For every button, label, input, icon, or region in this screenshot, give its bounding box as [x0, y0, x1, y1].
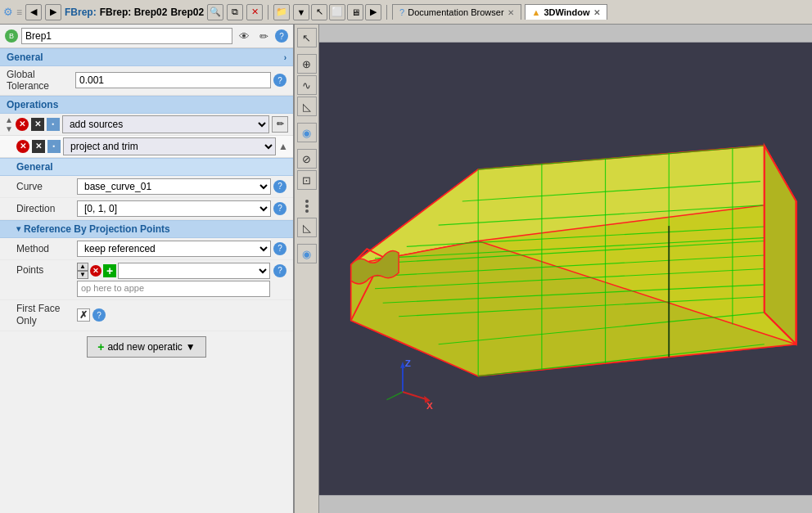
- svg-text:Z: Z: [405, 358, 411, 368]
- sub-general-header[interactable]: General: [0, 158, 293, 176]
- first-face-help[interactable]: ?: [92, 308, 106, 322]
- points-remove-btn[interactable]: ✕: [90, 265, 102, 277]
- tab-3d-label: 3DWindow: [544, 7, 589, 17]
- panel-body: General › GlobalTolerance ? Operations ▲…: [0, 48, 293, 513]
- method-row: Method keep referenced ?: [0, 238, 293, 260]
- general-label: General: [7, 52, 43, 63]
- op1-row: ▲ ▼ ✕ ✕ ▪ add sources ✏: [0, 114, 293, 136]
- points-select[interactable]: [118, 263, 270, 279]
- first-face-label: First FaceOnly: [16, 303, 74, 328]
- nav-forward[interactable]: ▶: [45, 4, 61, 20]
- tolerance-input[interactable]: [75, 72, 271, 88]
- operations-label: Operations: [7, 99, 58, 110]
- direction-select[interactable]: [0, 1, 0]: [77, 200, 271, 217]
- op2-select[interactable]: project and trim: [63, 137, 276, 155]
- op2-arrow-up[interactable]: ▲: [278, 141, 288, 152]
- tab-3d-close[interactable]: ✕: [593, 8, 600, 17]
- window-separator: ≡: [16, 7, 22, 18]
- brep-row: B 👁 ✏ ?: [0, 25, 293, 48]
- curve-help[interactable]: ?: [273, 180, 286, 193]
- op2-toggle-btn[interactable]: ✕: [32, 140, 45, 153]
- curve-select[interactable]: base_curve_01: [77, 178, 271, 195]
- tab-3d-icon: ▲: [532, 7, 541, 17]
- folder-icon[interactable]: 📁: [273, 4, 290, 20]
- left-panel: B 👁 ✏ ? General › GlobalTolerance ?: [0, 25, 295, 513]
- tab-doc-label: Documentation Browser: [408, 7, 503, 17]
- fit-btn[interactable]: ◺: [297, 218, 317, 237]
- measure-btn[interactable]: ⊡: [297, 170, 317, 190]
- points-updown: ▲ ▼: [77, 263, 88, 279]
- tab-doc-close[interactable]: ✕: [508, 8, 514, 17]
- brep02-label: Brep02: [170, 7, 204, 18]
- fbrep-label: FBrep:: [65, 7, 97, 18]
- op1-remove-btn[interactable]: ✕: [16, 118, 29, 131]
- first-face-checkbox[interactable]: ✗: [77, 308, 90, 322]
- op2-icon: ▪: [47, 140, 61, 153]
- window-icon: ⚙: [3, 6, 13, 18]
- 3d-viewport-svg: Z X: [319, 25, 812, 513]
- cursor-icon[interactable]: ↖: [311, 4, 327, 20]
- tab-documentation[interactable]: ? Documentation Browser ✕: [392, 4, 521, 20]
- window-icon2[interactable]: ⬜: [329, 4, 345, 20]
- search-btn[interactable]: 🔍: [207, 4, 223, 20]
- nav-back[interactable]: ◀: [25, 4, 42, 20]
- curve-row: Curve base_curve_01 ?: [0, 176, 293, 198]
- edit-btn-main[interactable]: ✏: [255, 28, 272, 44]
- scene-canvas[interactable]: Z X: [319, 25, 812, 513]
- left-vtoolbar: ↖ ⊕ ∿ ◺ ◉ ⊘ ⊡ ◺ ◉: [295, 25, 319, 513]
- plus-icon: +: [97, 340, 104, 353]
- op2-remove-btn[interactable]: ✕: [16, 140, 29, 153]
- separator1: [268, 5, 268, 20]
- brep-name-input[interactable]: [21, 28, 232, 44]
- add-op-label: add new operatic: [107, 341, 182, 353]
- add-op-btn[interactable]: + add new operatic ▼: [87, 336, 205, 358]
- select-btn[interactable]: ↖: [297, 28, 317, 47]
- close-window-btn[interactable]: ✕: [246, 4, 263, 20]
- points-up-arrow[interactable]: ▲: [77, 263, 88, 271]
- points-input-area: op here to appe: [77, 281, 270, 297]
- points-controls: ▲ ▼ ✕ + op here to appe: [77, 263, 270, 297]
- surface-btn[interactable]: ◺: [297, 97, 317, 116]
- viewport-select-arrow[interactable]: ▼: [293, 4, 309, 20]
- main-content: B 👁 ✏ ? General › GlobalTolerance ?: [0, 25, 812, 513]
- help-btn-brep[interactable]: ?: [275, 29, 288, 43]
- op1-select[interactable]: add sources: [62, 115, 269, 133]
- cut-btn[interactable]: ⊘: [297, 149, 317, 169]
- op1-edit[interactable]: ✏: [272, 116, 288, 133]
- op1-arrow-down[interactable]: ▼: [5, 124, 13, 133]
- more-tools: [305, 196, 309, 216]
- ref-section-header[interactable]: ▾ Reference By Projection Points: [0, 220, 293, 238]
- ref-section-label: Reference By Projection Points: [24, 223, 170, 235]
- eye-btn[interactable]: 👁: [236, 28, 252, 44]
- points-down-arrow[interactable]: ▼: [77, 271, 88, 279]
- op1-arrow-up[interactable]: ▲: [5, 115, 13, 124]
- general-arrow: ›: [284, 53, 286, 62]
- add-op-arrow: ▼: [186, 341, 196, 353]
- direction-label: Direction: [16, 203, 74, 214]
- add-op-row: + add new operatic ▼: [0, 331, 293, 362]
- curve-tool-btn[interactable]: ∿: [297, 75, 317, 95]
- points-add-btn[interactable]: +: [103, 264, 116, 277]
- snap-btn[interactable]: ◉: [297, 123, 317, 142]
- method-help[interactable]: ?: [273, 242, 286, 255]
- brep-name-header: FBrep: Brep02: [100, 7, 168, 18]
- right-panel: ↖ ⊕ ∿ ◺ ◉ ⊘ ⊡ ◺ ◉: [295, 25, 812, 513]
- expand-btn[interactable]: ⧉: [227, 4, 243, 20]
- general-section-header[interactable]: General ›: [0, 48, 293, 66]
- op1-toggle-btn[interactable]: ✕: [31, 118, 44, 131]
- zoom-btn[interactable]: ⊕: [297, 54, 317, 74]
- visibility-btn[interactable]: ◉: [297, 244, 317, 263]
- sub-general-label: General: [16, 161, 53, 173]
- operations-section-header: Operations: [0, 96, 293, 114]
- play-icon[interactable]: ▶: [365, 4, 381, 20]
- points-help[interactable]: ?: [273, 264, 286, 277]
- direction-help[interactable]: ?: [273, 202, 286, 215]
- tab-3dwindow[interactable]: ▲ 3DWindow ✕: [525, 4, 607, 20]
- help-icon: ?: [399, 7, 404, 17]
- monitor-icon[interactable]: 🖥: [347, 4, 363, 20]
- brep-icon: B: [5, 29, 18, 43]
- svg-text:X: X: [426, 400, 433, 411]
- points-placeholder: op here to appe: [81, 283, 144, 293]
- tolerance-help[interactable]: ?: [273, 74, 286, 87]
- method-select[interactable]: keep referenced: [77, 241, 271, 257]
